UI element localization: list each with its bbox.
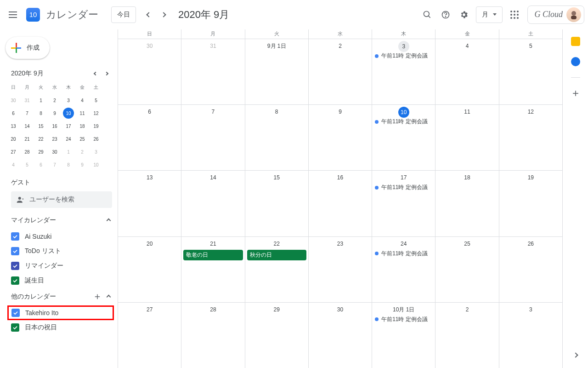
event-item[interactable]: 午前11時 定例会議 xyxy=(373,117,434,126)
day-cell[interactable]: 26 xyxy=(499,237,562,302)
day-cell[interactable]: 13 xyxy=(118,171,181,236)
view-switcher[interactable]: 月 xyxy=(476,6,503,23)
mini-day[interactable]: 16 xyxy=(48,120,62,132)
day-cell[interactable]: 7 xyxy=(181,105,245,170)
day-cell[interactable]: 9月 1日 xyxy=(245,39,309,104)
mini-day[interactable]: 6 xyxy=(6,107,20,120)
main-menu-button[interactable] xyxy=(4,6,22,24)
next-period-button[interactable] xyxy=(156,7,171,22)
prev-period-button[interactable] xyxy=(141,7,156,22)
mini-day[interactable]: 31 xyxy=(20,94,34,107)
mini-day[interactable]: 25 xyxy=(75,132,89,145)
account-switcher[interactable]: G Cloud xyxy=(527,6,584,24)
google-apps-button[interactable] xyxy=(505,6,524,24)
day-cell[interactable]: 30 xyxy=(118,39,181,104)
mini-day[interactable]: 29 xyxy=(34,145,48,158)
mini-day[interactable]: 23 xyxy=(48,132,62,145)
day-cell[interactable]: 3午前11時 定例会議 xyxy=(372,39,435,104)
mini-day[interactable]: 24 xyxy=(62,132,75,145)
day-cell[interactable]: 8 xyxy=(245,105,309,170)
search-button[interactable] xyxy=(418,6,436,24)
holiday-event[interactable]: 秋分の日 xyxy=(247,250,306,260)
people-search[interactable]: ユーザーを検索 xyxy=(11,191,112,208)
mini-day[interactable]: 3 xyxy=(89,145,103,158)
mini-day[interactable]: 1 xyxy=(62,145,75,158)
mini-day[interactable]: 30 xyxy=(48,145,62,158)
mini-day[interactable]: 27 xyxy=(6,145,20,158)
day-cell[interactable]: 19 xyxy=(499,171,562,236)
mini-day[interactable]: 9 xyxy=(75,158,89,171)
mini-day[interactable]: 6 xyxy=(34,158,48,171)
day-cell[interactable]: 14 xyxy=(181,171,245,236)
day-cell[interactable]: 6 xyxy=(118,105,181,170)
mini-day[interactable]: 2 xyxy=(75,145,89,158)
mini-day[interactable]: 12 xyxy=(89,107,103,120)
mini-next-button[interactable] xyxy=(101,68,112,79)
mini-day[interactable]: 26 xyxy=(89,132,103,145)
add-addon-icon[interactable] xyxy=(571,89,580,98)
mini-day[interactable]: 17 xyxy=(62,120,75,132)
day-cell[interactable]: 5 xyxy=(499,39,562,104)
mini-day[interactable]: 4 xyxy=(6,158,20,171)
keep-icon[interactable] xyxy=(571,37,580,46)
today-button[interactable]: 今日 xyxy=(111,6,136,23)
event-item[interactable]: 午前11時 定例会議 xyxy=(373,249,434,259)
mini-day[interactable]: 4 xyxy=(75,94,89,107)
add-icon[interactable] xyxy=(93,293,102,301)
day-cell[interactable]: 24午前11時 定例会議 xyxy=(372,237,435,302)
event-item[interactable]: 午前11時 定例会議 xyxy=(373,183,434,192)
day-cell[interactable]: 15 xyxy=(245,171,309,236)
create-button[interactable]: 作成 xyxy=(6,37,50,59)
mini-day[interactable]: 22 xyxy=(34,132,48,145)
mini-day[interactable]: 15 xyxy=(34,120,48,132)
day-cell[interactable]: 21敬老の日 xyxy=(181,237,245,302)
mini-day[interactable]: 10 xyxy=(89,158,103,171)
day-cell[interactable]: 2 xyxy=(435,303,499,368)
event-item[interactable]: 午前11時 定例会議 xyxy=(373,315,434,324)
mini-day[interactable]: 1 xyxy=(34,94,48,107)
day-cell[interactable]: 10午前11時 定例会議 xyxy=(372,105,435,170)
calendar-item[interactable]: Takehiro Ito xyxy=(7,305,114,320)
mini-day[interactable]: 28 xyxy=(20,145,34,158)
mini-day[interactable]: 10 xyxy=(63,108,74,119)
day-cell[interactable]: 11 xyxy=(435,105,499,170)
day-cell[interactable]: 27 xyxy=(118,303,181,368)
support-button[interactable] xyxy=(436,6,455,24)
mini-prev-button[interactable] xyxy=(90,68,101,79)
day-cell[interactable]: 30 xyxy=(309,303,372,368)
mini-day[interactable]: 2 xyxy=(48,94,62,107)
event-item[interactable]: 午前11時 定例会議 xyxy=(373,51,434,61)
day-cell[interactable]: 23 xyxy=(309,237,372,302)
day-cell[interactable]: 2 xyxy=(309,39,372,104)
day-cell[interactable]: 20 xyxy=(118,237,181,302)
holiday-event[interactable]: 敬老の日 xyxy=(183,250,243,260)
mini-day[interactable]: 19 xyxy=(89,120,103,132)
mini-day[interactable]: 8 xyxy=(62,158,75,171)
day-cell[interactable]: 9 xyxy=(309,105,372,170)
mini-day[interactable]: 30 xyxy=(6,94,20,107)
day-cell[interactable]: 3 xyxy=(499,303,562,368)
day-cell[interactable]: 18 xyxy=(435,171,499,236)
day-cell[interactable]: 4 xyxy=(435,39,499,104)
calendar-item[interactable]: 日本の祝日 xyxy=(0,320,118,335)
mini-day[interactable]: 11 xyxy=(75,107,89,120)
day-cell[interactable]: 29 xyxy=(245,303,309,368)
day-cell[interactable]: 12 xyxy=(499,105,562,170)
calendar-item[interactable]: Ai Suzuki xyxy=(0,229,118,244)
my-calendars-header[interactable]: マイカレンダー xyxy=(0,212,118,229)
settings-button[interactable] xyxy=(455,6,473,24)
day-cell[interactable]: 10月 1日午前11時 定例会議 xyxy=(372,303,435,368)
day-cell[interactable]: 17午前11時 定例会議 xyxy=(372,171,435,236)
mini-day[interactable]: 9 xyxy=(48,107,62,120)
mini-day[interactable]: 21 xyxy=(20,132,34,145)
other-calendars-header[interactable]: 他のカレンダー xyxy=(0,288,118,305)
day-cell[interactable]: 22秋分の日 xyxy=(245,237,309,302)
mini-day[interactable]: 8 xyxy=(34,107,48,120)
day-cell[interactable]: 31 xyxy=(181,39,245,104)
calendar-item[interactable]: ToDo リスト xyxy=(0,244,118,259)
mini-day[interactable]: 5 xyxy=(89,94,103,107)
tasks-icon[interactable] xyxy=(571,57,580,66)
day-cell[interactable]: 25 xyxy=(435,237,499,302)
hide-panel-button[interactable] xyxy=(566,346,585,364)
calendar-item[interactable]: リマインダー xyxy=(0,259,118,273)
